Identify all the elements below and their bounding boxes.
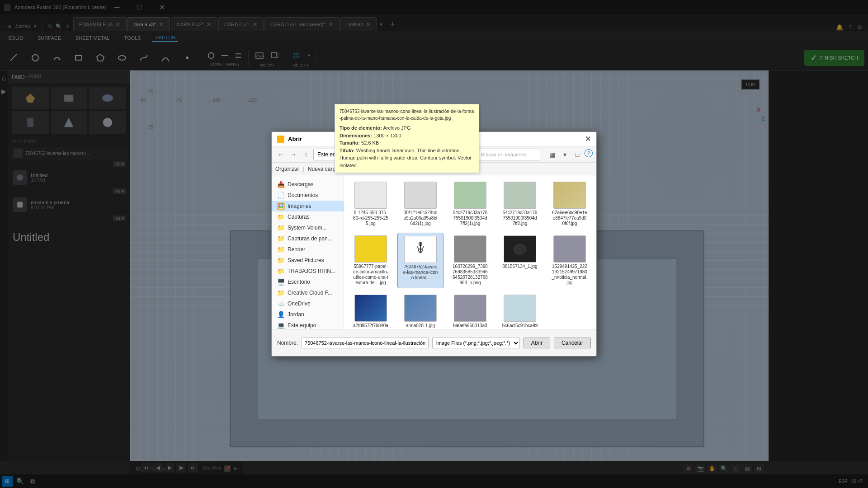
tooltip-size-value: 1300 × 1300 bbox=[373, 133, 401, 138]
sidebar-item-icon: 📁 bbox=[277, 235, 285, 242]
view-options[interactable]: ▦ bbox=[547, 149, 557, 160]
sidebar-item-label: Saved Pictures bbox=[288, 257, 324, 263]
file-name-0: 8-1245-650-375-80-rd-255-255-255.jpg bbox=[353, 210, 389, 226]
file-item-2[interactable]: 54c2719c33a17675501900f3504d7ff2(1).jpg bbox=[447, 179, 493, 229]
tooltip-dimensions: Dimensiones: 1300 × 1300 bbox=[340, 132, 474, 140]
tooltip-title-value: Washing hands linear icon. Thin line ill… bbox=[340, 148, 472, 168]
file-item-1[interactable]: 30f121e6c528bba9a2a06a05a8bf6d2(1).jpg bbox=[397, 179, 443, 229]
file-item-9[interactable]: 1529491425_22219215249971980_nnoticia_no… bbox=[547, 233, 593, 288]
sidebar-item-label: Escritorio bbox=[288, 279, 310, 285]
filetype-select[interactable]: Image Files (*.png;*.jpg;*.jpeg;*.*) bbox=[432, 338, 520, 348]
dialog-forward-button[interactable]: → bbox=[288, 149, 299, 160]
file-name-6: 75046752-lavarse-las-manos-icono-lineal.… bbox=[402, 264, 439, 281]
dialog-title-text: Abrir bbox=[288, 136, 302, 142]
file-item-11[interactable]: anna028-1.jpg bbox=[397, 292, 443, 329]
file-item-10[interactable]: a2f89572f7b840af505d853c2df093b9.png bbox=[348, 292, 394, 329]
open-button[interactable]: Abrir bbox=[524, 338, 550, 348]
help-btn[interactable]: ? bbox=[585, 149, 593, 157]
tooltip-title: Título: Washing hands linear icon. Thin … bbox=[340, 147, 474, 169]
sidebar-item-creative-cloud-f---[interactable]: 📁Creative Cloud F... bbox=[272, 287, 344, 298]
cancel-button[interactable]: Cancelar bbox=[554, 338, 591, 348]
sidebar-item-escritorio[interactable]: 🖥️Escritorio bbox=[272, 277, 344, 287]
dialog-close-button[interactable]: ✕ bbox=[585, 135, 591, 143]
file-item-13[interactable]: bc6acf5c91bca99ca3089ffeeb0a08890.jpg bbox=[497, 292, 543, 329]
file-thumb-13 bbox=[504, 295, 536, 322]
sidebar-item-icon: 📁 bbox=[277, 246, 285, 253]
sidebar-items: 📥Descargas📄Documentos🖼️Imágenes📁Capturas… bbox=[272, 179, 344, 329]
sidebar-item-label: System Volum... bbox=[288, 225, 327, 231]
dialog-search[interactable]: 🔍 Buscar en Imágenes bbox=[469, 149, 541, 160]
file-name-13: bc6acf5c91bca99ca3089ffeeb0a08890.jpg bbox=[502, 323, 538, 329]
dialog-back-button[interactable]: ← bbox=[275, 149, 286, 160]
tooltip-type: Tipo de elemento: Archivo JPG bbox=[340, 124, 474, 132]
sidebar-item-label: Jordan bbox=[288, 311, 304, 318]
file-thumb-4 bbox=[553, 182, 586, 209]
tooltip-filesize: Tamaño: 52.6 KB bbox=[340, 139, 474, 147]
sidebar-item-saved-pictures[interactable]: 📁Saved Pictures bbox=[272, 255, 344, 266]
file-item-8[interactable]: 881567134_1.jpg bbox=[497, 233, 543, 288]
sidebar-item-label: Descargas bbox=[288, 181, 313, 188]
file-item-6[interactable]: 75046752-lavarse-las-manos-icono-lineal.… bbox=[397, 233, 443, 288]
file-name-8: 881567134_1.jpg bbox=[502, 264, 537, 269]
sidebar-item-label: TRABAJOS RHIN... bbox=[288, 268, 335, 274]
sidebar-item-jordan[interactable]: 👤Jordan bbox=[272, 309, 344, 320]
file-thumb-1 bbox=[404, 182, 437, 209]
sidebar-item-icon: 📁 bbox=[277, 289, 285, 296]
file-grid: 8-1245-650-375-80-rd-255-255-255.jpg30f1… bbox=[348, 179, 593, 329]
dialog-content[interactable]: 8-1245-650-375-80-rd-255-255-255.jpg30f1… bbox=[344, 175, 596, 329]
sidebar-item-este-equipo[interactable]: 💻Este equipo bbox=[272, 320, 344, 329]
sidebar-item-render[interactable]: 📁Render bbox=[272, 244, 344, 255]
sidebar-item-im-genes[interactable]: 🖼️Imágenes bbox=[272, 201, 344, 211]
tooltip-filesize-value: 52.6 KB bbox=[361, 140, 379, 145]
new-folder-btn[interactable]: □ bbox=[572, 149, 583, 160]
file-name-7: 160726299_739876983585333946645207281327… bbox=[452, 264, 488, 286]
file-tooltip: 75046752-lavarse-las-manos-icono-lineal-… bbox=[335, 104, 479, 173]
organize-label[interactable]: Organizar bbox=[275, 166, 299, 172]
sidebar-item-label: Este equipo bbox=[288, 322, 316, 328]
file-name-10: a2f89572f7b840af505d853c2df093b9.png bbox=[353, 323, 389, 329]
file-name-11: anna028-1.jpg bbox=[406, 323, 435, 328]
sidebar-item-onedrive[interactable]: ☁️OneDrive bbox=[272, 298, 344, 309]
filename-label: Nombre: bbox=[277, 340, 298, 346]
file-item-7[interactable]: 160726299_739876983585333946645207281327… bbox=[447, 233, 493, 288]
sidebar-item-icon: 💻 bbox=[277, 322, 285, 329]
filename-input[interactable] bbox=[302, 338, 429, 348]
file-thumb-5 bbox=[354, 235, 387, 263]
sidebar-item-trabajos-rhin---[interactable]: 📁TRABAJOS RHIN... bbox=[272, 266, 344, 277]
sidebar-item-capturas[interactable]: 📁Capturas bbox=[272, 211, 344, 222]
file-name-12: ba0efa968313a09533ada5eda7c4b1ed.jpg bbox=[452, 323, 488, 329]
sidebar-item-label: Documentos bbox=[288, 192, 318, 198]
sidebar-item-system-volum---[interactable]: 📁System Volum... bbox=[272, 222, 344, 233]
view-dropdown[interactable]: ▾ bbox=[559, 149, 570, 160]
file-name-2: 54c2719c33a17675501900f3504d7ff2(1).jpg bbox=[452, 210, 488, 226]
dialog-sidebar: 📥Descargas📄Documentos🖼️Imágenes📁Capturas… bbox=[272, 175, 344, 329]
app-container: ⬛ Autodesk Fusion 360 (Education License… bbox=[0, 0, 868, 488]
sidebar-item-documentos[interactable]: 📄Documentos bbox=[272, 190, 344, 201]
file-item-4[interactable]: 62a6ee6bc90e1ee8847fc77ea9d00f6f.jpg bbox=[547, 179, 593, 229]
search-placeholder: Buscar en Imágenes bbox=[481, 152, 527, 157]
tooltip-filesize-label: Tamaño: bbox=[340, 140, 360, 145]
view-controls: ▦ ▾ □ ? bbox=[547, 149, 593, 160]
dialog-up-button[interactable]: ↑ bbox=[301, 149, 311, 160]
sidebar-item-descargas[interactable]: 📥Descargas bbox=[272, 179, 344, 190]
sidebar-item-icon: 📁 bbox=[277, 257, 285, 264]
sidebar-item-capturas-de-pan---[interactable]: 📁Capturas de pan... bbox=[272, 233, 344, 244]
file-thumb-7 bbox=[454, 235, 486, 263]
sidebar-item-icon: 📁 bbox=[277, 267, 285, 275]
file-item-5[interactable]: 55967777-papel-de-color-amarillo-utiles-… bbox=[348, 233, 394, 288]
file-thumb-8 bbox=[504, 235, 536, 263]
file-item-0[interactable]: 8-1245-650-375-80-rd-255-255-255.jpg bbox=[348, 179, 394, 229]
file-item-12[interactable]: ba0efa968313a09533ada5eda7c4b1ed.jpg bbox=[447, 292, 493, 329]
file-thumb-12 bbox=[454, 295, 486, 322]
file-thumb-0 bbox=[354, 182, 387, 209]
dialog-body: 📥Descargas📄Documentos🖼️Imágenes📁Capturas… bbox=[272, 175, 596, 329]
tooltip-filename: 75046752-lavarse-las-manos-icono-lineal-… bbox=[340, 108, 474, 122]
sidebar-item-icon: 📁 bbox=[277, 213, 285, 221]
dialog-overlay: Abrir ✕ ← → ↑ Este equipo › Imágenes 🔍 B… bbox=[0, 0, 868, 488]
file-item-3[interactable]: 54c2719c33a17675501900f3504d7ff2.jpg bbox=[497, 179, 543, 229]
sidebar-item-label: OneDrive bbox=[288, 300, 311, 307]
file-thumb-3 bbox=[504, 182, 536, 209]
tooltip-title-label: Título: bbox=[340, 148, 355, 153]
file-name-5: 55967777-papel-de-color-amarillo-utiles-… bbox=[353, 264, 389, 286]
sidebar-item-icon: 📄 bbox=[277, 192, 285, 199]
